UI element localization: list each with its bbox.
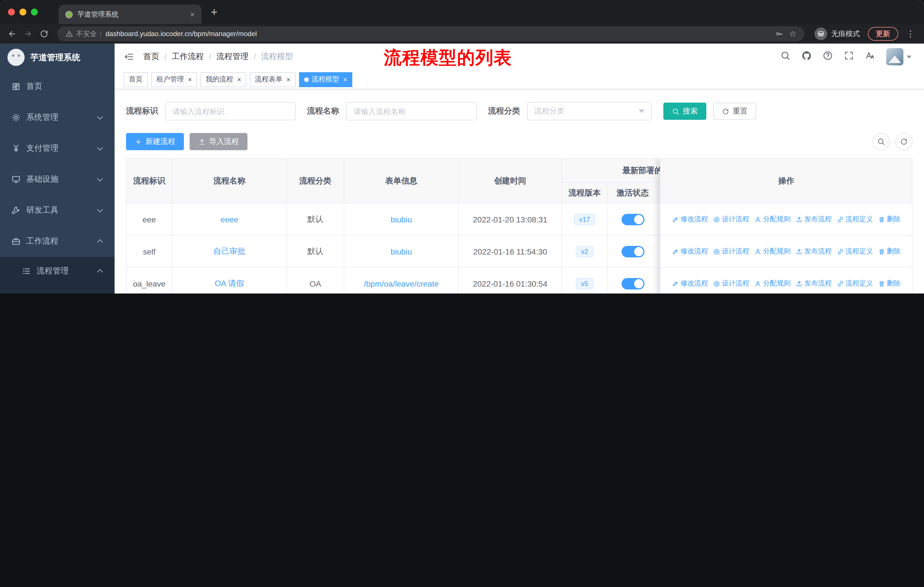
action-edit-link[interactable]: 修改流程 (672, 214, 708, 224)
action-definition-link[interactable]: 流程定义 (837, 246, 873, 256)
breadcrumb-item[interactable]: 首页 (143, 51, 159, 62)
action-design-link[interactable]: 设计流程 (713, 279, 749, 288)
action-label: 设计流程 (722, 279, 749, 288)
tag-close-icon[interactable]: × (286, 76, 290, 83)
breadcrumb-item[interactable]: 工作流程 (172, 51, 204, 62)
tag-process-model[interactable]: 流程模型× (299, 72, 352, 87)
chevron-down-icon (639, 109, 644, 113)
cell-process-id: oa_leave (127, 268, 172, 293)
process-name-link[interactable]: OA 请假 (215, 278, 244, 288)
address-bar[interactable]: 不安全 | dashboard.yudao.iocoder.cn/bpm/man… (57, 26, 804, 41)
active-status-toggle[interactable] (621, 246, 644, 257)
active-status-toggle[interactable] (621, 213, 644, 225)
sidebar-item-infra[interactable]: 基础设施 (0, 164, 115, 195)
search-button[interactable]: 搜索 (663, 103, 706, 120)
search-button-label: 搜索 (683, 106, 698, 116)
process-id-input[interactable] (165, 102, 295, 121)
active-status-toggle[interactable] (621, 278, 644, 289)
font-size-icon[interactable] (865, 50, 875, 63)
process-name-link[interactable]: 自己审批 (213, 246, 246, 255)
sidebar-item-devtools[interactable]: 研发工具 (0, 195, 115, 226)
action-publish-link[interactable]: 发布流程 (796, 214, 832, 224)
actions-column-header: 操作 (660, 159, 912, 203)
security-indicator[interactable]: 不安全 | (65, 29, 101, 39)
cell-category: 默认 (287, 203, 344, 236)
header-search-icon[interactable] (780, 50, 790, 63)
window-zoom-button[interactable] (31, 8, 38, 15)
tag-close-icon[interactable]: × (188, 76, 192, 83)
column-header: 流程标识 (127, 159, 172, 203)
version-badge: v2 (576, 246, 593, 257)
cell-form-info: biubiu (344, 203, 459, 236)
bookmark-star-icon[interactable]: ☆ (789, 30, 796, 38)
browser-menu-icon[interactable]: ⋮ (902, 29, 919, 39)
tab-close-icon[interactable]: × (190, 10, 195, 18)
forward-button[interactable] (21, 26, 36, 41)
action-definition-link[interactable]: 流程定义 (837, 279, 873, 288)
sidebar-item-process-form[interactable]: 流程表单 (0, 286, 115, 293)
action-label: 修改流程 (681, 246, 708, 256)
tag-process-form[interactable]: 流程表单× (250, 72, 295, 87)
tag-tenant-manage[interactable]: 租户管理× (151, 72, 197, 87)
action-assign-link[interactable]: 分配规则 (754, 246, 790, 256)
row-actions: 修改流程设计流程分配规则发布流程流程定义删除 (660, 203, 912, 236)
action-definition-link[interactable]: 流程定义 (837, 214, 873, 224)
action-assign-link[interactable]: 分配规则 (754, 214, 790, 224)
browser-tab[interactable]: 芋道管理系统 × (58, 5, 201, 24)
category-select[interactable]: 流程分类 (527, 102, 652, 121)
user-avatar-menu[interactable] (886, 48, 911, 65)
action-publish-link[interactable]: 发布流程 (796, 279, 832, 288)
sidebar-item-workflow[interactable]: 工作流程 (0, 226, 115, 257)
sidebar-item-process-manage[interactable]: 流程管理 (0, 257, 115, 286)
import-process-button[interactable]: 导入流程 (190, 133, 248, 150)
toggle-search-button[interactable] (873, 133, 889, 150)
back-button[interactable] (5, 26, 20, 41)
window-close-button[interactable] (8, 8, 15, 15)
action-label: 发布流程 (804, 214, 832, 224)
sub-column-header: 流程版本 (562, 183, 608, 203)
sidebar-item-system[interactable]: 系统管理 (0, 102, 115, 133)
process-name-input[interactable] (346, 102, 477, 121)
action-edit-link[interactable]: 修改流程 (672, 279, 708, 288)
assign-icon (754, 248, 761, 255)
action-publish-link[interactable]: 发布流程 (796, 246, 832, 256)
github-icon[interactable] (802, 50, 812, 63)
sidebar-fold-icon[interactable] (115, 51, 140, 62)
sidebar-item-payment[interactable]: 支付管理 (0, 133, 115, 164)
action-edit-link[interactable]: 修改流程 (672, 246, 708, 256)
tag-close-icon[interactable]: × (343, 76, 347, 83)
breadcrumb-item[interactable]: 流程管理 (216, 51, 249, 62)
edit-icon (672, 216, 679, 223)
action-delete-link[interactable]: 删除 (878, 214, 901, 224)
form-info-link[interactable]: /bpm/oa/leave/create (364, 279, 439, 288)
app-logo[interactable]: 芋道管理系统 (0, 43, 115, 71)
active-dot (304, 77, 309, 82)
form-info-link[interactable]: biubiu (391, 247, 412, 256)
sidebar-item-home[interactable]: 首页 (0, 71, 115, 102)
action-design-link[interactable]: 设计流程 (713, 246, 749, 256)
password-key-icon[interactable] (776, 30, 784, 38)
refresh-table-button[interactable] (895, 133, 912, 150)
create-process-button[interactable]: 新建流程 (126, 133, 184, 150)
help-icon[interactable] (823, 50, 833, 63)
action-design-link[interactable]: 设计流程 (713, 214, 749, 224)
fullscreen-icon[interactable] (844, 50, 854, 63)
tag-close-icon[interactable]: × (237, 76, 241, 83)
process-name-link[interactable]: eeee (221, 215, 238, 224)
tag-home[interactable]: 首页 (124, 72, 148, 87)
tag-my-process[interactable]: 我的流程× (201, 72, 246, 87)
incognito-badge[interactable]: 无痕模式 (810, 28, 865, 40)
cell-version: v5 (562, 268, 608, 293)
reset-button[interactable]: 重置 (713, 103, 756, 120)
action-assign-link[interactable]: 分配规则 (754, 279, 790, 288)
new-tab-button[interactable]: + (211, 6, 218, 18)
browser-update-button[interactable]: 更新 (868, 27, 898, 41)
filter-name-label: 流程名称 (307, 106, 339, 116)
browser-toolbar: 不安全 | dashboard.yudao.iocoder.cn/bpm/man… (0, 24, 924, 43)
action-label: 分配规则 (763, 279, 790, 288)
form-info-link[interactable]: biubiu (391, 215, 412, 224)
action-delete-link[interactable]: 删除 (878, 279, 901, 288)
action-delete-link[interactable]: 删除 (878, 246, 901, 256)
window-minimize-button[interactable] (20, 8, 26, 15)
reload-button[interactable] (37, 26, 51, 41)
